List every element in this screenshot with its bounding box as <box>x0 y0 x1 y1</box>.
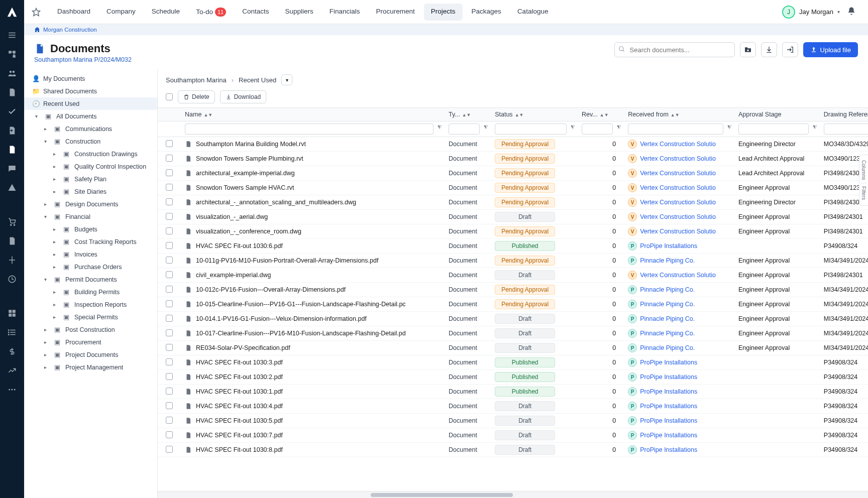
row-checkbox[interactable] <box>166 140 173 147</box>
table-row[interactable]: visualization_-_conference_room.dwgDocum… <box>158 224 868 239</box>
nav-catalogue[interactable]: Catalogue <box>510 4 556 21</box>
table-row[interactable]: 10-017-Clearline-Fusion---PV16-M10-Fusio… <box>158 326 868 341</box>
rail-list-icon[interactable] <box>7 327 17 337</box>
row-checkbox[interactable] <box>166 402 173 409</box>
received-from-link[interactable]: Vertex Construction Solutio <box>640 213 716 220</box>
received-from-link[interactable]: ProPipe Installations <box>640 417 697 424</box>
horizontal-scrollbar[interactable] <box>158 491 868 498</box>
table-row[interactable]: HVAC SPEC Fit-out 1030:6.pdfDocumentPubl… <box>158 239 868 254</box>
side-panel-tabs[interactable]: Columns Filters <box>859 155 868 206</box>
row-checkbox[interactable] <box>166 431 173 438</box>
breadcrumb-root[interactable]: Southampton Marina <box>166 76 227 84</box>
table-row[interactable]: HVAC SPEC Fit-out 1030:2.pdfDocumentPubl… <box>158 370 868 385</box>
select-all-checkbox[interactable] <box>166 93 173 100</box>
row-checkbox[interactable] <box>166 344 173 351</box>
row-checkbox[interactable] <box>166 446 173 453</box>
sidebar-shared[interactable]: 📁 Shared Documents <box>24 85 157 97</box>
col-name[interactable]: Name▲▼ <box>181 108 445 121</box>
tree-budgets[interactable]: ▸▣Budgets <box>24 223 157 235</box>
row-checkbox[interactable] <box>166 286 173 293</box>
favorite-star[interactable] <box>24 8 48 17</box>
row-checkbox[interactable] <box>166 184 173 191</box>
filter-status[interactable] <box>495 123 567 135</box>
table-row[interactable]: architectural_example-imperial.dwgDocume… <box>158 166 868 181</box>
received-from-link[interactable]: Vertex Construction Solutio <box>640 228 716 235</box>
tree-design-documents[interactable]: ▸▣Design Documents <box>24 198 157 210</box>
row-checkbox[interactable] <box>166 169 173 176</box>
received-from-link[interactable]: Pinnacle Piping Co. <box>640 286 695 293</box>
received-from-link[interactable]: ProPipe Installations <box>640 446 697 453</box>
table-row[interactable]: architectural_-_annotation_scaling_and_m… <box>158 195 868 210</box>
tree-permit-documents[interactable]: ▾▣Permit Documents <box>24 273 157 286</box>
funnel-icon[interactable]: ⧨ <box>571 125 575 131</box>
table-row[interactable]: 10-014.1-PV16-G1-Fusion---Velux-Dimensio… <box>158 312 868 326</box>
nav-projects[interactable]: Projects <box>424 4 463 21</box>
table-row[interactable]: 10-011g-PV16-M10-Fusion-Portrait-Overall… <box>158 254 868 268</box>
table-row[interactable]: Southampton Marina Building Model.rvtDoc… <box>158 137 868 152</box>
rail-page-icon[interactable] <box>7 236 17 246</box>
funnel-icon[interactable]: ⧨ <box>484 125 488 131</box>
filters-tab[interactable]: Filters <box>861 186 866 200</box>
row-checkbox[interactable] <box>166 315 173 322</box>
rail-dollar-icon[interactable] <box>7 346 17 356</box>
rail-tree-icon[interactable] <box>7 49 17 59</box>
tree-all-documents[interactable]: ▾▣All Documents <box>24 110 157 122</box>
received-from-link[interactable]: Pinnacle Piping Co. <box>640 315 695 322</box>
received-from-link[interactable]: ProPipe Installations <box>640 374 697 381</box>
row-checkbox[interactable] <box>166 242 173 249</box>
col-stage[interactable]: Approval Stage <box>734 108 820 121</box>
tree-building-permits[interactable]: ▸▣Building Permits <box>24 286 157 298</box>
app-logo[interactable] <box>0 0 24 24</box>
tree-project-documents[interactable]: ▸▣Project Documents <box>24 348 157 361</box>
rail-documents-icon[interactable] <box>7 145 17 155</box>
rail-chat-icon[interactable] <box>7 164 17 174</box>
tree-quality-control-inspection[interactable]: ▸▣Quality Control Inspection <box>24 160 157 173</box>
delete-button[interactable]: Delete <box>178 90 215 103</box>
nav-packages[interactable]: Packages <box>465 4 508 21</box>
breadcrumb-dropdown[interactable]: ▾ <box>281 74 292 85</box>
received-from-link[interactable]: Pinnacle Piping Co. <box>640 330 695 337</box>
new-folder-button[interactable] <box>740 42 756 57</box>
move-button[interactable] <box>782 42 798 57</box>
rail-doc-icon[interactable] <box>7 87 17 97</box>
tree-site-diaries[interactable]: ▸▣Site Diaries <box>24 185 157 198</box>
nav-to-do[interactable]: To-do11 <box>189 4 233 21</box>
table-row[interactable]: HVAC SPEC Fit-out 1030:8.pdfDocumentDraf… <box>158 443 868 457</box>
scroll-thumb[interactable] <box>371 493 513 497</box>
funnel-icon[interactable]: ⧨ <box>617 125 621 131</box>
nav-company[interactable]: Company <box>99 4 143 21</box>
row-checkbox[interactable] <box>166 271 173 278</box>
received-from-link[interactable]: ProPipe Installations <box>640 432 697 439</box>
received-from-link[interactable]: ProPipe Installations <box>640 242 697 250</box>
tree-invoices[interactable]: ▸▣Invoices <box>24 248 157 261</box>
breadcrumb-leaf[interactable]: Recent Used <box>239 76 276 84</box>
nav-dashboard[interactable]: Dashboard <box>50 4 97 21</box>
row-checkbox[interactable] <box>166 198 173 205</box>
org-breadcrumb[interactable]: Morgan Construction <box>24 24 868 35</box>
funnel-icon[interactable]: ⧨ <box>727 125 731 131</box>
tree-purchase-orders[interactable]: ▸▣Purchase Orders <box>24 261 157 273</box>
received-from-link[interactable]: ProPipe Installations <box>640 359 697 366</box>
rail-alert-icon[interactable] <box>7 183 17 193</box>
row-checkbox[interactable] <box>166 227 173 234</box>
user-menu[interactable]: J Jay Morgan ▾ <box>782 6 840 19</box>
table-row[interactable]: HVAC SPEC Fit-out 1030:7.pdfDocumentDraf… <box>158 428 868 443</box>
table-row[interactable]: 10-015-Clearline-Fusion---PV16-G1---Fusi… <box>158 297 868 312</box>
table-row[interactable]: HVAC SPEC Fit-out 1030:4.pdfDocumentDraf… <box>158 399 868 414</box>
nav-suppliers[interactable]: Suppliers <box>278 4 320 21</box>
received-from-link[interactable]: Vertex Construction Solutio <box>640 184 716 191</box>
project-subtitle[interactable]: Southampton Marina P/2024/M032 <box>34 56 132 63</box>
rail-clock-icon[interactable] <box>7 274 17 284</box>
received-from-link[interactable]: Vertex Construction Solutio <box>640 170 716 177</box>
filter-name[interactable] <box>185 123 433 135</box>
table-row[interactable]: HVAC SPEC Fit-out 1030:1.pdfDocumentPubl… <box>158 385 868 399</box>
received-from-link[interactable]: Vertex Construction Solutio <box>640 272 716 279</box>
sidebar-my-documents[interactable]: 👤 My Documents <box>24 72 157 85</box>
rail-menu-icon[interactable] <box>7 30 17 40</box>
tree-safety-plan[interactable]: ▸▣Safety Plan <box>24 173 157 185</box>
row-checkbox[interactable] <box>166 257 173 264</box>
upload-button[interactable]: Upload file <box>803 42 858 57</box>
tree-project-management[interactable]: ▸▣Project Management <box>24 361 157 374</box>
rail-more-icon[interactable] <box>7 385 17 395</box>
table-row[interactable]: HVAC SPEC Fit-out 1030:5.pdfDocumentDraf… <box>158 414 868 428</box>
